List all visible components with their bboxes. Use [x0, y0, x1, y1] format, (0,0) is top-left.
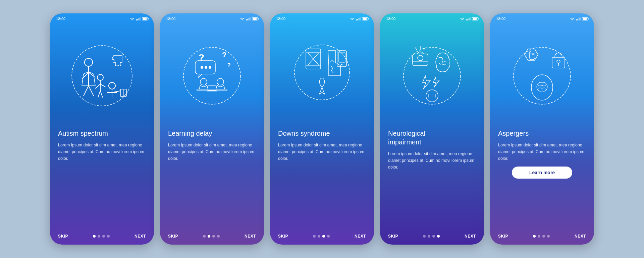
status-icons [130, 17, 148, 20]
dot-0 [423, 235, 426, 238]
skip-button[interactable]: SKIP [498, 234, 508, 239]
card-title: Autism spectrum [58, 129, 146, 138]
dot-3 [437, 235, 440, 238]
signal-icon [466, 17, 471, 20]
battery-icon [252, 17, 258, 20]
card-content: Autism spectrumLorem ipsum dolor sit dim… [50, 129, 154, 229]
dot-3 [547, 235, 550, 238]
phone-downs: 12:00 [270, 13, 374, 245]
status-icons [350, 17, 368, 20]
skip-button[interactable]: SKIP [58, 234, 68, 239]
bottom-nav: SKIPNEXT [490, 229, 594, 245]
status-bar: 12:00 [160, 13, 264, 22]
svg-line-16 [100, 91, 103, 98]
signal-icon [136, 17, 141, 20]
downs-icon-area [270, 22, 374, 129]
learning-icon-area: ? ? ? [160, 22, 264, 129]
svg-line-13 [95, 84, 100, 88]
svg-line-15 [98, 91, 100, 98]
svg-rect-67 [579, 18, 580, 20]
signal-icon [576, 17, 581, 20]
status-time: 12:00 [276, 17, 285, 21]
dot-2 [432, 235, 435, 238]
svg-rect-2 [139, 18, 140, 20]
next-button[interactable]: NEXT [135, 234, 146, 239]
svg-line-14 [100, 84, 105, 87]
dot-1 [208, 235, 210, 238]
battery-icon [582, 17, 588, 20]
card-body-text: Lorem ipsum dolor sit dim amet, mea regi… [278, 142, 366, 162]
svg-line-60 [415, 48, 417, 50]
next-button[interactable]: NEXT [355, 234, 366, 239]
dot-2 [212, 235, 215, 238]
dot-3 [107, 235, 110, 238]
svg-rect-3 [140, 17, 141, 20]
svg-rect-26 [250, 17, 251, 20]
svg-marker-70 [525, 49, 538, 60]
svg-rect-53 [470, 17, 471, 20]
svg-point-36 [217, 78, 224, 85]
svg-point-4 [72, 46, 132, 106]
dot-1 [318, 235, 320, 238]
status-bar: 12:00 [380, 13, 484, 22]
neurological-icon-area [380, 22, 484, 129]
card-body-text: Lorem ipsum dolor sit dim amet, mea regi… [498, 142, 586, 162]
svg-point-32 [205, 66, 207, 69]
wifi-icon [460, 17, 465, 20]
svg-rect-42 [360, 17, 361, 20]
svg-point-43 [294, 45, 350, 100]
bottom-nav: SKIPNEXT [160, 229, 264, 245]
battery-icon [362, 17, 368, 20]
svg-line-10 [89, 86, 94, 96]
pagination-dots [423, 235, 440, 238]
svg-point-56 [418, 55, 423, 61]
skip-button[interactable]: SKIP [168, 234, 178, 239]
dot-0 [533, 235, 536, 238]
svg-point-11 [97, 74, 103, 80]
card-title: Neurological impairment [388, 129, 476, 146]
svg-rect-24 [248, 19, 249, 20]
svg-rect-40 [358, 19, 359, 20]
svg-point-33 [209, 66, 211, 69]
signal-icon [246, 17, 251, 20]
svg-rect-0 [136, 19, 137, 20]
next-button[interactable]: NEXT [465, 234, 476, 239]
wifi-icon [570, 17, 575, 20]
svg-point-5 [85, 58, 93, 66]
status-time: 12:00 [166, 17, 175, 21]
svg-rect-1 [138, 19, 139, 20]
next-button[interactable]: NEXT [245, 234, 256, 239]
pagination-dots [93, 235, 110, 238]
svg-line-59 [424, 48, 425, 50]
signal-icon [356, 17, 361, 20]
card-content: Downs syndromeLorem ipsum dolor sit dim … [270, 129, 374, 229]
card-title: Learning delay [168, 129, 256, 138]
svg-line-9 [84, 86, 89, 96]
dot-0 [93, 235, 96, 238]
next-button[interactable]: NEXT [575, 234, 586, 239]
battery-icon [472, 17, 478, 20]
pagination-dots [203, 235, 220, 238]
status-bar: 12:00 [490, 13, 594, 22]
card-content: Neurological impairmentLorem ipsum dolor… [380, 129, 484, 229]
dot-3 [217, 235, 220, 238]
status-bar: 12:00 [50, 13, 154, 22]
aspergers-icon-area [490, 22, 594, 129]
skip-button[interactable]: SKIP [278, 234, 288, 239]
card-title: Aspergers [498, 129, 586, 138]
svg-point-49 [341, 64, 342, 65]
dot-1 [428, 235, 430, 238]
svg-text:?: ? [199, 52, 204, 63]
dot-0 [313, 235, 316, 238]
skip-button[interactable]: SKIP [388, 234, 398, 239]
svg-point-73 [557, 60, 560, 63]
wifi-icon [350, 17, 355, 20]
bottom-nav: SKIPNEXT [50, 229, 154, 245]
card-body-text: Lorem ipsum dolor sit dim amet, mea regi… [168, 142, 256, 162]
dot-3 [327, 235, 330, 238]
dot-2 [322, 235, 325, 238]
svg-rect-37 [208, 86, 216, 90]
bottom-nav: SKIPNEXT [270, 229, 374, 245]
learn-more-button[interactable]: Learn more [512, 167, 572, 179]
phone-neurological: 12:00 [380, 13, 484, 245]
